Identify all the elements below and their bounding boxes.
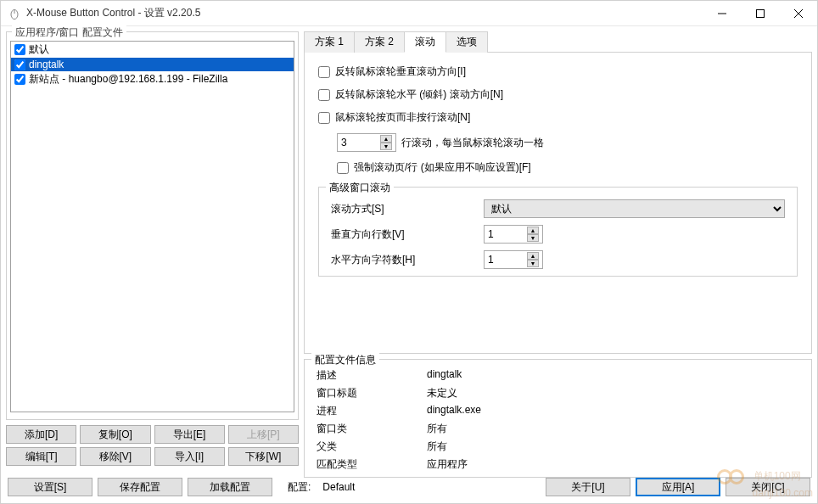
export-button[interactable]: 导出[E] (154, 425, 225, 444)
invert-horizontal-label: 反转鼠标滚轮水平 (倾斜) 滚动方向[N] (335, 87, 503, 102)
profile-info-frame-label: 配置文件信息 (311, 353, 379, 367)
spinner-down-icon[interactable]: ▼ (380, 143, 392, 150)
vertical-lines-label: 垂直方向行数[V] (331, 227, 484, 242)
profile-item[interactable]: 默认 (11, 42, 294, 58)
settings-button[interactable]: 设置[S] (8, 478, 92, 496)
add-button[interactable]: 添加[D] (6, 425, 76, 444)
edit-button[interactable]: 编辑[T] (6, 447, 76, 466)
scroll-method-select[interactable]: 默认 (484, 199, 785, 218)
config-value: Default (322, 481, 355, 493)
info-desc-value: dingtalk (427, 368, 799, 383)
invert-vertical-checkbox[interactable]: 反转鼠标滚轮垂直滚动方向[I] (318, 64, 798, 79)
horizontal-chars-input[interactable]: ▲▼ (484, 250, 543, 269)
tab-3[interactable]: 选项 (445, 31, 488, 53)
lines-per-notch-input[interactable]: ▲▼ (337, 133, 396, 152)
import-button[interactable]: 导入[I] (154, 447, 225, 466)
advanced-scroll-group: 高级窗口滚动 滚动方式[S] 默认 垂直方向行数[V] ▲▼ 水平方向字符数[H… (318, 187, 798, 277)
invert-horizontal-checkbox[interactable]: 反转鼠标滚轮水平 (倾斜) 滚动方向[N] (318, 87, 798, 102)
spinner-up-icon[interactable]: ▲ (527, 227, 539, 234)
info-match-value: 应用程序 (427, 457, 799, 472)
window-controls (703, 1, 817, 25)
invert-vertical-label: 反转鼠标滚轮垂直滚动方向[I] (335, 64, 466, 79)
svg-rect-3 (756, 9, 764, 17)
config-label: 配置: (288, 480, 311, 495)
tab-content-scroll: 反转鼠标滚轮垂直滚动方向[I] 反转鼠标滚轮水平 (倾斜) 滚动方向[N] 鼠标… (304, 52, 812, 354)
info-match-label: 匹配类型 (317, 457, 427, 472)
profile-checkbox[interactable] (14, 59, 25, 70)
tab-1[interactable]: 方案 2 (354, 31, 405, 53)
about-button[interactable]: 关于[U] (546, 478, 630, 496)
spinner-down-icon[interactable]: ▼ (527, 234, 539, 242)
profile-list[interactable]: 默认dingtalk新站点 - huangbo@192.168.1.199 - … (10, 41, 294, 412)
window-title: X-Mouse Button Control - 设置 v2.20.5 (26, 6, 703, 20)
move-up-button[interactable]: 上移[P] (228, 425, 299, 444)
info-title-value: 未定义 (427, 386, 799, 400)
close-button[interactable] (779, 1, 817, 25)
close-dialog-button[interactable]: 关闭[C] (726, 478, 810, 496)
info-process-value: dingtalk.exe (427, 404, 799, 418)
info-class-label: 窗口类 (317, 422, 427, 436)
horizontal-chars-label: 水平方向字符数[H] (331, 253, 484, 267)
save-config-button[interactable]: 保存配置 (98, 478, 182, 496)
app-icon (8, 7, 21, 20)
profile-label: dingtalk (29, 59, 64, 70)
profiles-frame-label: 应用程序/窗口 配置文件 (12, 25, 126, 40)
spinner-up-icon[interactable]: ▲ (527, 252, 539, 260)
apply-button[interactable]: 应用[A] (636, 478, 720, 496)
tab-0[interactable]: 方案 1 (304, 31, 355, 53)
titlebar: X-Mouse Button Control - 设置 v2.20.5 (1, 1, 817, 26)
minimize-button[interactable] (703, 1, 741, 25)
advanced-scroll-group-label: 高级窗口滚动 (326, 181, 394, 195)
force-scroll-checkbox[interactable]: 强制滚动页/行 (如果应用不响应设置)[F] (337, 160, 798, 175)
lines-per-notch-label: 行滚动，每当鼠标滚轮滚动一格 (401, 136, 544, 150)
remove-button[interactable]: 移除[V] (80, 447, 150, 466)
info-class-value: 所有 (427, 422, 799, 436)
tab-2[interactable]: 滚动 (404, 31, 446, 53)
profile-checkbox[interactable] (14, 44, 25, 55)
profile-checkbox[interactable] (14, 74, 25, 85)
info-parent-value: 所有 (427, 440, 799, 454)
force-scroll-label: 强制滚动页/行 (如果应用不响应设置)[F] (354, 160, 531, 175)
info-desc-label: 描述 (317, 368, 427, 383)
spinner-up-icon[interactable]: ▲ (380, 135, 392, 143)
vertical-lines-input[interactable]: ▲▼ (484, 225, 543, 244)
spinner-down-icon[interactable]: ▼ (527, 260, 539, 267)
tab-strip: 方案 1方案 2滚动选项 (304, 31, 812, 53)
profile-label: 新站点 - huangbo@192.168.1.199 - FileZilla (29, 72, 227, 87)
info-parent-label: 父类 (317, 440, 427, 454)
scroll-by-page-checkbox[interactable]: 鼠标滚轮按页而非按行滚动[N] (318, 110, 798, 125)
copy-button[interactable]: 复制[O] (80, 425, 150, 444)
profile-info-frame: 配置文件信息 描述 dingtalk 窗口标题 未定义 进程 dingtalk.… (304, 359, 812, 478)
maximize-button[interactable] (741, 1, 779, 25)
scroll-method-label: 滚动方式[S] (331, 202, 484, 216)
profile-label: 默认 (29, 42, 49, 57)
scroll-by-page-label: 鼠标滚轮按页而非按行滚动[N] (335, 110, 470, 125)
profile-item[interactable]: dingtalk (11, 58, 294, 71)
profiles-frame: 应用程序/窗口 配置文件 默认dingtalk新站点 - huangbo@192… (6, 31, 299, 420)
info-title-label: 窗口标题 (317, 386, 427, 400)
profile-item[interactable]: 新站点 - huangbo@192.168.1.199 - FileZilla (11, 71, 294, 87)
load-config-button[interactable]: 加载配置 (188, 478, 272, 496)
move-down-button[interactable]: 下移[W] (228, 447, 299, 466)
info-process-label: 进程 (317, 404, 427, 418)
